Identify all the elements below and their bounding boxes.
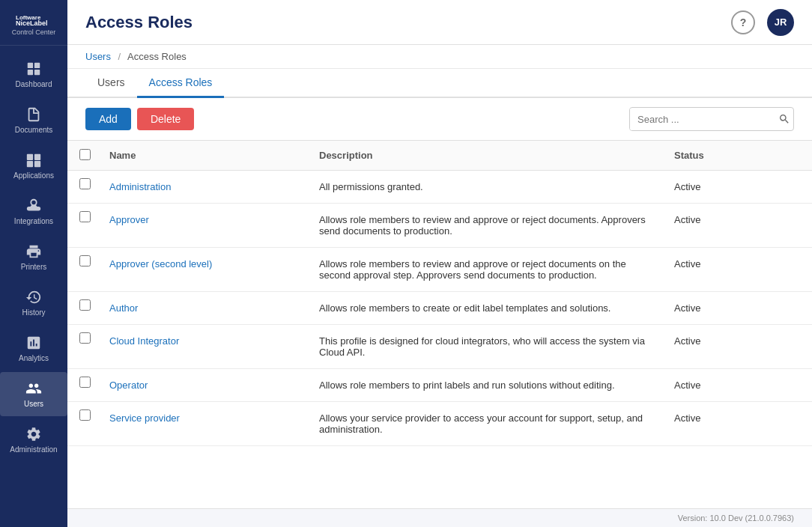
row-description: Allows role members to print labels and … xyxy=(307,369,662,402)
dashboard-icon xyxy=(25,60,42,78)
select-all-checkbox[interactable] xyxy=(79,149,91,160)
sidebar-item-dashboard[interactable]: Dashboard xyxy=(0,52,67,97)
row-status: Active xyxy=(662,325,812,369)
breadcrumb: Users / Access Roles xyxy=(67,45,812,69)
analytics-icon xyxy=(25,334,42,352)
status-badge: Active xyxy=(674,181,700,192)
role-name-link[interactable]: Author xyxy=(109,302,138,314)
col-header-status: Status xyxy=(662,141,812,171)
sidebar-label-documents: Documents xyxy=(15,126,53,135)
row-name: Approver xyxy=(97,204,307,248)
role-name-link[interactable]: Service provider xyxy=(109,412,180,424)
sidebar-label-applications: Applications xyxy=(13,171,54,180)
svg-rect-2 xyxy=(28,63,33,68)
sidebar-item-applications[interactable]: Applications xyxy=(0,144,67,188)
row-name: Service provider xyxy=(97,402,307,446)
row-status: Active xyxy=(662,402,812,446)
table-row: Operator Allows role members to print la… xyxy=(67,369,812,402)
row-description: Allows role members to review and approv… xyxy=(307,248,662,292)
role-name-link[interactable]: Approver (second level) xyxy=(109,258,212,269)
header-actions: ? JR xyxy=(731,9,794,36)
status-badge: Active xyxy=(674,412,700,424)
applications-icon xyxy=(25,151,42,169)
row-checkbox[interactable] xyxy=(79,255,91,266)
row-name: Cloud Integrator xyxy=(97,325,307,369)
row-checkbox-cell xyxy=(67,402,97,446)
row-status: Active xyxy=(662,369,812,402)
row-checkbox-cell xyxy=(67,369,97,402)
sidebar-item-printers[interactable]: Printers xyxy=(0,235,67,279)
documents-icon xyxy=(25,106,42,124)
row-checkbox-cell xyxy=(67,325,97,369)
breadcrumb-separator: / xyxy=(118,51,121,62)
help-button[interactable]: ? xyxy=(731,10,755,34)
history-icon xyxy=(25,288,42,306)
add-button[interactable]: Add xyxy=(85,108,131,130)
role-name-link[interactable]: Operator xyxy=(109,380,148,391)
delete-button[interactable]: Delete xyxy=(137,108,194,130)
integrations-icon xyxy=(25,197,42,215)
row-description: Allows role members to review and approv… xyxy=(307,204,662,248)
row-description: This profile is designed for cloud integ… xyxy=(307,325,662,369)
logo-icon: Loftware NiceLabel xyxy=(16,9,52,28)
svg-rect-6 xyxy=(27,154,33,160)
tab-access-roles[interactable]: Access Roles xyxy=(137,69,225,98)
sidebar-item-integrations[interactable]: Integrations xyxy=(0,189,67,234)
row-checkbox[interactable] xyxy=(79,178,91,189)
app-subtitle: Control Center xyxy=(12,28,56,36)
users-icon xyxy=(25,380,42,397)
app-logo: Loftware NiceLabel Control Center xyxy=(0,0,67,46)
row-description: All permissions granted. xyxy=(307,171,662,204)
roles-table: Name Description Status Administration A… xyxy=(67,141,812,446)
sidebar-item-users[interactable]: Users xyxy=(0,372,67,416)
status-badge: Active xyxy=(674,335,700,347)
status-badge: Active xyxy=(674,258,700,269)
tabs-bar: Users Access Roles xyxy=(67,69,812,98)
printers-icon xyxy=(25,243,42,261)
row-checkbox[interactable] xyxy=(79,332,91,344)
search-input[interactable] xyxy=(630,109,771,130)
svg-rect-8 xyxy=(27,161,33,167)
sidebar-item-analytics[interactable]: Analytics xyxy=(0,326,67,371)
user-avatar[interactable]: JR xyxy=(767,9,794,36)
breadcrumb-users-link[interactable]: Users xyxy=(85,51,111,62)
search-button[interactable] xyxy=(771,108,794,130)
row-checkbox[interactable] xyxy=(79,211,91,222)
row-status: Active xyxy=(662,171,812,204)
sidebar-item-administration[interactable]: Administration xyxy=(0,418,67,462)
row-checkbox-cell xyxy=(67,248,97,292)
col-header-name: Name xyxy=(97,141,307,171)
table-row: Cloud Integrator This profile is designe… xyxy=(67,325,812,369)
row-name: Approver (second level) xyxy=(97,248,307,292)
search-box xyxy=(629,107,794,131)
sidebar: Loftware NiceLabel Control Center Dashbo… xyxy=(0,0,67,527)
version-label: Version: 10.0 Dev (21.0.0.7963) xyxy=(678,514,794,523)
page-title: Access Roles xyxy=(85,13,193,32)
row-status: Active xyxy=(662,292,812,325)
role-name-link[interactable]: Approver xyxy=(109,214,149,225)
row-checkbox[interactable] xyxy=(79,299,91,311)
role-name-link[interactable]: Cloud Integrator xyxy=(109,335,179,347)
svg-text:NiceLabel: NiceLabel xyxy=(16,19,48,25)
sidebar-label-users: Users xyxy=(24,400,43,409)
row-checkbox[interactable] xyxy=(79,377,91,388)
status-badge: Active xyxy=(674,214,700,225)
row-checkbox[interactable] xyxy=(79,409,91,421)
tab-users[interactable]: Users xyxy=(85,69,137,98)
table-row: Approver Allows role members to review a… xyxy=(67,204,812,248)
status-badge: Active xyxy=(674,302,700,314)
sidebar-label-printers: Printers xyxy=(21,263,46,272)
administration-icon xyxy=(25,425,42,443)
sidebar-item-history[interactable]: History xyxy=(0,281,67,325)
row-status: Active xyxy=(662,248,812,292)
sidebar-item-documents[interactable]: Documents xyxy=(0,98,67,142)
col-header-checkbox xyxy=(67,141,97,171)
role-name-link[interactable]: Administration xyxy=(109,181,171,192)
svg-rect-4 xyxy=(28,70,33,75)
sidebar-label-analytics: Analytics xyxy=(19,354,49,363)
footer: Version: 10.0 Dev (21.0.0.7963) xyxy=(67,508,812,527)
svg-rect-7 xyxy=(34,154,40,160)
row-description: Allows role members to create or edit la… xyxy=(307,292,662,325)
table-row: Service provider Allows your service pro… xyxy=(67,402,812,446)
toolbar: Add Delete xyxy=(67,98,812,141)
